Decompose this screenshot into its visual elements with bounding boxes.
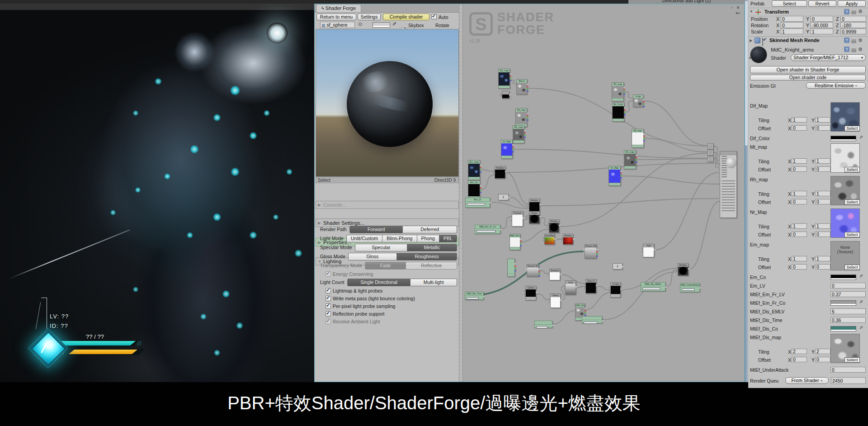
graph-node-texture-2d[interactable]: Texture 2D [585, 244, 597, 259]
graph-node-multiply[interactable]: Multiply [678, 263, 689, 276]
input-pin[interactable] [548, 272, 550, 274]
rh-map-select-button[interactable]: Select [844, 199, 860, 205]
help-icon[interactable]: ? [844, 47, 849, 52]
output-pin[interactable] [620, 177, 622, 179]
output-pin[interactable] [585, 312, 586, 314]
graph-node-relay[interactable] [708, 150, 713, 156]
rh-map-offset-x[interactable]: 0 [792, 199, 807, 204]
graph-node-clamp-simple-[interactable]: Clamp (Simple) [550, 293, 561, 308]
input-pin[interactable] [584, 287, 586, 289]
output-pin[interactable] [509, 76, 511, 77]
input-pin[interactable] [528, 218, 529, 219]
input-pin[interactable] [549, 298, 551, 299]
output-pin[interactable] [514, 270, 516, 271]
node-editor-canvas[interactable]: S SHADER FORGE v1.38 ▫ × ▾≡ Dis_mapBlend… [462, 4, 744, 382]
graph-node-value[interactable]: 1 [498, 194, 509, 200]
output-pin[interactable] [480, 171, 481, 173]
input-pin[interactable] [561, 240, 563, 241]
output-pin[interactable] [520, 243, 522, 244]
position-x-field[interactable]: 0 [781, 16, 803, 22]
eyedropper-icon[interactable]: ✎ [859, 326, 863, 329]
presets-icon[interactable] [851, 48, 856, 52]
graph-node-nr-map[interactable]: Nr_Map [609, 166, 621, 186]
input-pin[interactable] [500, 95, 502, 96]
input-pin[interactable] [583, 249, 585, 250]
graph-node-power[interactable]: Power [529, 211, 540, 224]
output-pin[interactable] [512, 151, 514, 152]
checkbox-energy-conserving[interactable] [326, 271, 331, 277]
inspector-scrollbar[interactable] [745, 0, 748, 388]
input-pin[interactable] [609, 291, 611, 292]
output-pin[interactable] [527, 86, 528, 87]
output-pin[interactable] [480, 185, 481, 186]
output-pin[interactable] [480, 189, 481, 191]
compile-shader-button[interactable]: Compile shader [383, 14, 429, 20]
option-reflective[interactable]: Reflective [406, 262, 457, 270]
input-pin[interactable] [510, 216, 512, 218]
output-pin[interactable] [585, 310, 586, 312]
return-to-menu-button[interactable]: Return to menu [316, 14, 356, 20]
open-shader-in-shader-forge-button[interactable]: Open shader in Shader Forge [750, 66, 866, 73]
input-pin[interactable] [642, 251, 643, 252]
slider-track[interactable] [642, 288, 660, 290]
em-map-select-button[interactable]: Select [844, 265, 860, 270]
option-pbl[interactable]: PBL [439, 235, 457, 242]
graph-node-multiply[interactable]: Multiply [549, 219, 559, 233]
output-pin[interactable] [624, 107, 626, 109]
output-pin[interactable] [509, 73, 511, 75]
input-pin[interactable] [525, 269, 527, 270]
nr-map-select-button[interactable]: Select [844, 232, 860, 237]
input-pin[interactable] [493, 170, 495, 171]
render-queue-value[interactable]: 2450 [831, 377, 866, 384]
option-gloss[interactable]: Gloss [348, 253, 397, 260]
inspector-scrollbar-thumb[interactable] [745, 1, 748, 146]
rh-map-tiling-x[interactable]: 1 [792, 191, 807, 196]
graph-node-rh-color[interactable]: Rh_Color [612, 103, 624, 122]
input-pin[interactable] [564, 285, 566, 286]
eyedropper-icon[interactable]: ✎ [859, 135, 863, 139]
output-pin[interactable] [514, 263, 516, 265]
output-pin[interactable] [520, 241, 522, 242]
graph-node-em-co[interactable]: Em_Co [468, 180, 480, 199]
input-pin[interactable] [718, 165, 720, 166]
graph-node-fresnel[interactable]: Fresnel [512, 211, 523, 227]
skinned-mesh-renderer-header[interactable]: ▶ Skinned Mesh Rende ? ⚙ [748, 36, 868, 45]
output-pin[interactable] [623, 87, 625, 88]
output-pin[interactable] [624, 114, 626, 115]
transform-header[interactable]: ▼ Transform ? ⚙ [748, 8, 868, 16]
output-pin[interactable] [596, 285, 598, 286]
gear-icon[interactable]: ⚙ [858, 9, 863, 14]
input-pin[interactable] [543, 237, 545, 239]
dif-map-offset-x[interactable]: 0 [792, 125, 807, 131]
graph-node-subtract[interactable]: Subtract [549, 269, 560, 280]
option-roughness[interactable]: Roughness [397, 253, 457, 260]
input-pin[interactable] [493, 173, 495, 174]
output-pin[interactable] [520, 245, 522, 246]
graph-node-em-map[interactable]: Em_map [468, 160, 480, 180]
eyedropper-icon[interactable]: ✎ [859, 300, 863, 303]
output-pin[interactable] [480, 192, 481, 193]
output-pin[interactable] [527, 90, 528, 92]
output-pin[interactable] [538, 269, 540, 270]
checkbox-lightmap-light-probes[interactable] [326, 288, 331, 293]
output-pin[interactable] [539, 204, 541, 205]
output-pin[interactable] [536, 292, 538, 293]
output-pin[interactable] [643, 99, 645, 100]
option-specular[interactable]: Specular [355, 244, 408, 251]
output-pin[interactable] [620, 170, 622, 172]
eyedropper-icon[interactable]: ✎ [391, 22, 397, 26]
input-pin[interactable] [548, 275, 550, 276]
output-pin[interactable] [643, 104, 645, 105]
render-queue-dropdown[interactable]: From Shader ÷ [785, 377, 829, 384]
preview-object-field[interactable]: ▦ sf_sphere [320, 22, 355, 28]
em-co-color-swatch[interactable] [830, 275, 856, 280]
mt-map-offset-x[interactable]: 0 [792, 166, 807, 172]
output-pin[interactable] [573, 238, 575, 240]
input-pin[interactable] [543, 240, 545, 241]
gear-icon[interactable]: ⚙ [858, 47, 863, 52]
presets-icon[interactable] [851, 39, 856, 43]
output-pin[interactable] [512, 147, 514, 148]
input-pin[interactable] [718, 171, 720, 173]
output-pin[interactable] [480, 169, 481, 170]
output-pin[interactable] [552, 325, 554, 326]
